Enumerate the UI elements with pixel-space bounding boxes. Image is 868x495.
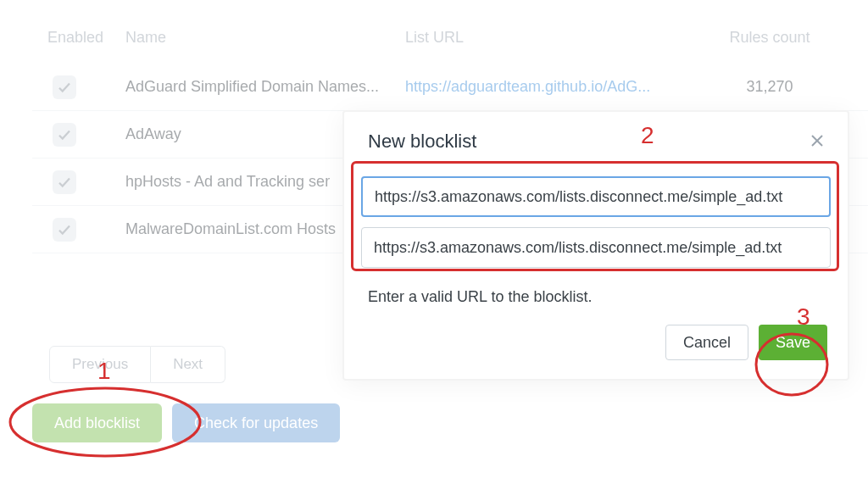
close-icon[interactable] [810,131,824,153]
check-for-updates-button[interactable]: Check for updates [172,403,340,442]
checkbox-enabled[interactable] [53,170,76,194]
checkbox-enabled[interactable] [53,75,76,99]
checkbox-enabled[interactable] [53,218,76,242]
row-rules: 31,270 [693,78,846,96]
col-header-url: List URL [405,29,693,47]
blocklist-name-input[interactable] [361,176,831,217]
table-header-row: Enabled Name List URL Rules count [32,17,868,64]
col-header-rules: Rules count [693,29,846,47]
new-blocklist-modal: New blocklist Enter a valid URL to the b… [342,110,849,381]
add-blocklist-button[interactable]: Add blocklist [32,403,162,442]
pager-prev-button[interactable]: Previous [49,346,151,383]
checkbox-enabled[interactable] [53,123,76,147]
modal-hint: Enter a valid URL to the blocklist. [344,273,848,309]
table-row: AdGuard Simplified Domain Names... https… [32,64,868,111]
pager-next-button[interactable]: Next [151,346,225,383]
row-name: AdGuard Simplified Domain Names... [125,78,405,96]
action-bar: Add blocklist Check for updates [32,403,340,442]
col-header-enabled: Enabled [32,29,125,47]
save-button[interactable]: Save [759,325,827,360]
blocklist-url-input[interactable] [361,227,831,268]
cancel-button[interactable]: Cancel [665,325,748,360]
modal-title: New blocklist [368,131,476,153]
col-header-name: Name [125,29,405,47]
row-url[interactable]: https://adguardteam.github.io/AdG... [405,78,693,96]
pagination: Previous Next [49,346,225,383]
